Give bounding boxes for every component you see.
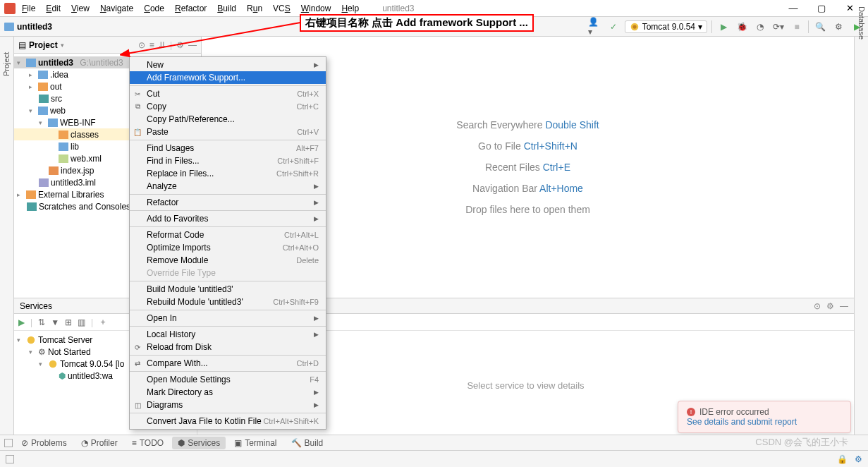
project-header-icon: ▤ bbox=[18, 40, 26, 50]
status-bar: 🔒 ⚙ bbox=[0, 450, 868, 467]
services-hide-icon[interactable]: — bbox=[840, 301, 848, 311]
ctx-open-module-settings[interactable]: Open Module SettingsF4 bbox=[130, 373, 326, 386]
svc-tree-icon[interactable]: ⊞ bbox=[65, 317, 72, 327]
dock-database-tab[interactable]: Database bbox=[857, 6, 866, 40]
status-lock-icon[interactable]: 🔒 bbox=[837, 454, 848, 464]
run-config-selector[interactable]: Tomcat 9.0.54 ▾ bbox=[625, 20, 707, 33]
ctx-paste[interactable]: 📋PasteCtrl+V bbox=[130, 126, 326, 138]
cut-icon: ✂ bbox=[133, 89, 142, 99]
services-title: Services bbox=[20, 301, 52, 311]
tab-todo[interactable]: ≡TODO bbox=[126, 437, 169, 449]
paste-icon: 📋 bbox=[133, 127, 142, 137]
menu-edit[interactable]: Edit bbox=[42, 2, 65, 15]
ctx-find-usages[interactable]: Find UsagesAlt+F7 bbox=[130, 142, 326, 154]
ctx-remove-module[interactable]: Remove ModuleDelete bbox=[130, 254, 326, 267]
ctx-refactor[interactable]: Refactor▶ bbox=[130, 196, 326, 209]
profile-button[interactable]: ⟳▾ bbox=[771, 20, 786, 34]
menu-code[interactable]: Code bbox=[140, 2, 169, 15]
svc-add-icon[interactable]: ＋ bbox=[99, 316, 107, 328]
ctx-reload[interactable]: ⟳Reload from Disk bbox=[130, 341, 326, 353]
ctx-override-filetype: Override File Type bbox=[130, 267, 326, 279]
diagrams-icon: ◫ bbox=[133, 400, 142, 410]
menu-run[interactable]: Run bbox=[243, 2, 267, 15]
profiler-icon: ◔ bbox=[81, 438, 88, 448]
ctx-find-in-files[interactable]: Find in Files...Ctrl+Shift+F bbox=[130, 154, 326, 167]
dock-project-tab[interactable]: Project bbox=[2, 52, 11, 76]
ctx-add-favorites[interactable]: Add to Favorites▶ bbox=[130, 212, 326, 225]
services-help-icon[interactable]: ⊙ bbox=[814, 301, 821, 311]
ctx-local-history[interactable]: Local History▶ bbox=[130, 328, 326, 341]
ctx-new[interactable]: New▶ bbox=[130, 59, 326, 71]
left-dock: Project bbox=[0, 37, 14, 298]
right-dock: Database bbox=[854, 37, 868, 439]
stop-button[interactable]: ■ bbox=[790, 20, 804, 34]
coverage-button[interactable]: ◔ bbox=[753, 20, 767, 34]
ctx-convert-kotlin[interactable]: Convert Java File to Kotlin FileCtrl+Alt… bbox=[130, 415, 326, 427]
ctx-analyze[interactable]: Analyze▶ bbox=[130, 180, 326, 193]
ctx-reformat[interactable]: Reformat CodeCtrl+Alt+L bbox=[130, 229, 326, 241]
ctx-copy[interactable]: ⧉CopyCtrl+C bbox=[130, 100, 326, 113]
breadcrumb[interactable]: untitled3 bbox=[4, 22, 52, 32]
minimize-button[interactable]: — bbox=[779, 1, 807, 16]
project-panel-title: Project bbox=[29, 40, 58, 50]
services-settings-icon[interactable]: ⚙ bbox=[826, 301, 834, 311]
svc-layout-icon[interactable]: ▥ bbox=[78, 317, 85, 327]
annotation-callout: 右键项目名称 点击 Add framework Support ... bbox=[300, 14, 534, 32]
problems-icon: ⊘ bbox=[21, 438, 28, 448]
menu-window[interactable]: Window bbox=[297, 2, 336, 15]
menu-file[interactable]: File bbox=[18, 2, 39, 15]
ctx-add-framework-support[interactable]: Add Framework Support... bbox=[130, 71, 326, 84]
svg-point-1 bbox=[632, 25, 636, 28]
watermark: CSDN @会飞的王小卡 bbox=[755, 436, 848, 449]
menu-navigate[interactable]: Navigate bbox=[96, 2, 137, 15]
annotation-arrow bbox=[120, 20, 303, 59]
user-icon[interactable]: 👤▾ bbox=[588, 20, 602, 34]
copy-icon: ⧉ bbox=[133, 102, 142, 111]
window-title: untitled3 bbox=[382, 4, 414, 13]
statusbar-toggle-icon[interactable] bbox=[6, 455, 14, 463]
ctx-optimize-imports[interactable]: Optimize ImportsCtrl+Alt+O bbox=[130, 241, 326, 254]
context-menu: New▶ Add Framework Support... ✂CutCtrl+X… bbox=[129, 56, 326, 430]
menu-help[interactable]: Help bbox=[337, 2, 363, 15]
ctx-compare[interactable]: ⇄Compare With...Ctrl+D bbox=[130, 357, 326, 370]
ctx-rebuild-module[interactable]: Rebuild Module 'untitled3'Ctrl+Shift+F9 bbox=[130, 296, 326, 308]
ctx-copy-path[interactable]: Copy Path/Reference... bbox=[130, 113, 326, 126]
ctx-open-in[interactable]: Open In▶ bbox=[130, 312, 326, 325]
tab-terminal[interactable]: ▣Terminal bbox=[228, 437, 282, 449]
menu-build[interactable]: Build bbox=[213, 2, 240, 15]
run-button[interactable]: ▶ bbox=[716, 20, 731, 34]
tab-problems[interactable]: ⊘Problems bbox=[16, 437, 73, 449]
tab-profiler[interactable]: ◔Profiler bbox=[75, 437, 123, 449]
svc-sort-icon[interactable]: ⇅ bbox=[38, 317, 45, 327]
debug-button[interactable]: 🐞 bbox=[735, 20, 749, 34]
vcs-update-icon[interactable]: ✓ bbox=[606, 20, 621, 34]
ctx-replace-in-files[interactable]: Replace in Files...Ctrl+Shift+R bbox=[130, 167, 326, 180]
balloon-title: IDE error occurred bbox=[699, 407, 769, 417]
ctx-build-module[interactable]: Build Module 'untitled3' bbox=[130, 283, 326, 296]
ctx-mark-directory[interactable]: Mark Directory as▶ bbox=[130, 386, 326, 399]
dropdown-icon: ▾ bbox=[698, 22, 702, 32]
maximize-button[interactable]: ▢ bbox=[807, 1, 836, 16]
hint-navbar: Navigation Bar Alt+Home bbox=[472, 183, 583, 194]
menu-refactor[interactable]: Refactor bbox=[171, 2, 211, 15]
status-process-icon[interactable]: ⚙ bbox=[855, 454, 862, 464]
terminal-icon: ▣ bbox=[234, 438, 242, 448]
ctx-diagrams[interactable]: ◫Diagrams▶ bbox=[130, 399, 326, 411]
ctx-cut[interactable]: ✂CutCtrl+X bbox=[130, 87, 326, 100]
svc-filter-icon[interactable]: ▼ bbox=[51, 317, 59, 327]
reload-icon: ⟳ bbox=[133, 342, 142, 352]
svg-point-4 bbox=[49, 360, 57, 368]
services-icon: ⬢ bbox=[178, 438, 185, 448]
search-button[interactable]: 🔍 bbox=[813, 20, 827, 34]
svg-point-3 bbox=[27, 336, 35, 344]
toolwindow-toggle-icon[interactable] bbox=[4, 439, 13, 447]
svc-run-icon[interactable]: ▶ bbox=[18, 317, 25, 327]
ide-error-balloon: !IDE error occurred See details and subm… bbox=[678, 401, 851, 433]
tab-services[interactable]: ⬢Services bbox=[172, 437, 226, 449]
settings-button[interactable]: ⚙ bbox=[831, 20, 845, 34]
menu-view[interactable]: View bbox=[67, 2, 94, 15]
tab-build[interactable]: 🔨Build bbox=[286, 437, 329, 449]
menu-vcs[interactable]: VCS bbox=[269, 2, 295, 15]
balloon-link[interactable]: See details and submit report bbox=[687, 417, 797, 427]
breadcrumb-project: untitled3 bbox=[17, 22, 52, 32]
